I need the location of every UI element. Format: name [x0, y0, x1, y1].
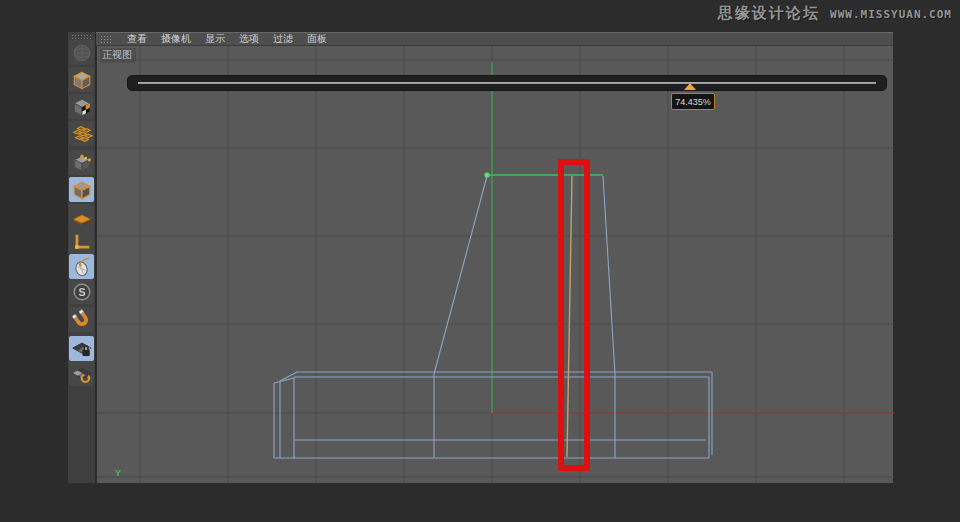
polygon-plane-icon — [71, 206, 93, 228]
slider-value-tooltip: 74.435% — [671, 93, 715, 110]
workplane-lock-icon — [71, 338, 93, 360]
menu-view[interactable]: 查看 — [127, 33, 147, 45]
edges-cube-icon — [71, 179, 93, 201]
snap-s-icon: S — [71, 281, 93, 303]
enable-axis-button[interactable] — [69, 229, 94, 254]
model-cube-icon — [71, 69, 93, 91]
editable-sphere-icon — [71, 42, 93, 64]
slider-track[interactable] — [138, 82, 876, 84]
uv-texture-mode-button[interactable] — [69, 121, 94, 146]
texture-cube-icon — [71, 96, 93, 118]
tweak-mode-button[interactable] — [69, 254, 94, 279]
magnet-snap-button[interactable] — [69, 307, 94, 332]
workplane-button[interactable] — [69, 361, 94, 386]
edges-mode-button[interactable] — [69, 177, 94, 202]
site-watermark: 思缘设计论坛 WWW.MISSYUAN.COM — [718, 4, 952, 23]
honeycomb-icon — [71, 123, 93, 145]
points-cube-icon — [71, 152, 93, 174]
timeline-slider[interactable]: 74.435% — [127, 75, 887, 91]
snap-settings-button[interactable]: S — [69, 279, 94, 304]
axis-icon — [71, 231, 93, 253]
svg-text:S: S — [78, 285, 85, 297]
viewport-menu-bar: 查看 摄像机 显示 选项 过滤 面板 — [96, 32, 893, 46]
tool-palette: S — [68, 32, 96, 483]
slider-value-text: 74.435% — [675, 97, 711, 107]
lock-workplane-button[interactable] — [69, 336, 94, 361]
annotation-highlight-rectangle — [558, 159, 590, 471]
menu-panel[interactable]: 面板 — [307, 33, 327, 45]
menu-filter[interactable]: 过滤 — [273, 33, 293, 45]
polygons-mode-button[interactable] — [69, 204, 94, 229]
menu-cameras[interactable]: 摄像机 — [161, 33, 191, 45]
grid-lines — [97, 46, 894, 483]
menu-display[interactable]: 显示 — [205, 33, 225, 45]
watermark-site-url: WWW.MISSYUAN.COM — [830, 8, 952, 21]
selected-vertex-dot — [484, 172, 489, 177]
magnet-icon — [71, 309, 93, 331]
menu-options[interactable]: 选项 — [239, 33, 259, 45]
viewport-drawing — [97, 46, 894, 483]
viewport-canvas[interactable]: 正视图 Y 74.435% — [96, 46, 893, 483]
convert-to-editable-button[interactable] — [69, 40, 94, 65]
y-axis-label: Y — [115, 468, 121, 478]
workplane-icon — [71, 363, 93, 385]
view-label[interactable]: 正视图 — [100, 48, 136, 63]
slider-marker-triangle-icon[interactable] — [684, 83, 696, 90]
watermark-site-name: 思缘设计论坛 — [718, 4, 820, 23]
wireframe-model — [274, 176, 712, 459]
points-mode-button[interactable] — [69, 150, 94, 175]
menu-grip-handle[interactable] — [100, 35, 111, 43]
mouse-icon — [71, 256, 93, 278]
model-mode-button[interactable] — [69, 67, 94, 92]
texture-mode-button[interactable] — [69, 94, 94, 119]
